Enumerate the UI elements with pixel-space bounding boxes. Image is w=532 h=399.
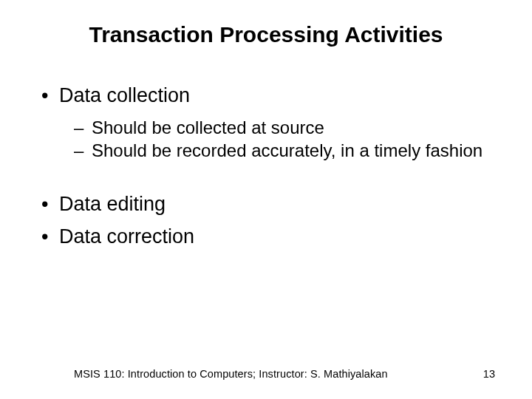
bullet-data-editing: Data editing <box>41 191 495 217</box>
subbullet-collected-at-source: Should be collected at source <box>41 116 495 139</box>
slide-title: Transaction Processing Activities <box>37 22 495 47</box>
spacer <box>41 162 495 191</box>
subbullet-recorded-accurately: Should be recorded accurately, in a time… <box>41 139 495 162</box>
slide-content: Data collection Should be collected at s… <box>37 83 495 250</box>
slide-footer: MSIS 110: Introduction to Computers; Ins… <box>0 368 532 380</box>
footer-text: MSIS 110: Introduction to Computers; Ins… <box>74 368 388 380</box>
bullet-data-collection: Data collection <box>41 83 495 109</box>
slide-container: Transaction Processing Activities Data c… <box>0 0 532 399</box>
bullet-data-correction: Data correction <box>41 224 495 250</box>
page-number: 13 <box>483 368 495 380</box>
